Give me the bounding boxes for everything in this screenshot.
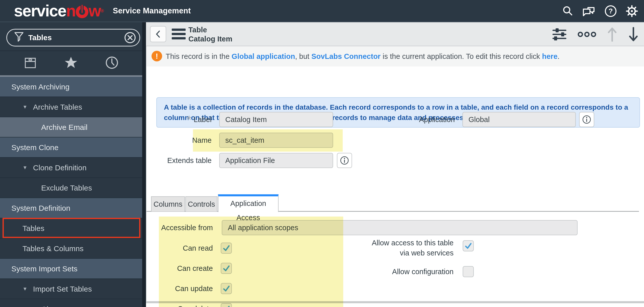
filter-funnel-icon [14,32,24,44]
sidebar-item-tables[interactable]: Tables [0,218,142,239]
sidebar-item-import-set-tables[interactable]: ▼Import Set Tables [0,279,142,299]
expand-arrow-icon[interactable]: ▼ [22,157,28,178]
next-record-icon[interactable] [628,26,639,42]
can-update-checkbox[interactable] [221,283,232,294]
more-icon[interactable] [577,31,597,38]
can-read-label: Can read [183,243,213,254]
edit-here-link[interactable]: here [542,52,557,60]
top-header-bar: servicenw® Service Management ? [0,0,644,22]
sidebar-section-system-import-sets[interactable]: System Import Sets [0,259,142,279]
can-create-label: Can create [177,263,213,274]
back-chevron-icon [154,29,163,39]
expand-arrow-icon[interactable]: ▼ [22,97,28,117]
clear-filter-icon[interactable] [124,32,136,43]
main-content: Table Catalog Item ! [146,22,644,307]
personalize-icon[interactable] [552,27,567,42]
check-icon [222,244,231,253]
all-applications-icon[interactable] [23,56,37,71]
name-field-label: Name [192,133,212,148]
warning-icon: ! [152,51,162,61]
record-title: Table Catalog Item [188,25,232,43]
check-icon [222,264,231,273]
sidebar-item-clone-definition[interactable]: ▼Clone Definition [0,158,142,178]
label-field[interactable]: Catalog Item [219,112,333,127]
form-panel: A table is a collection of records in th… [146,66,644,303]
sidebar-gutter [142,22,146,307]
allow-configuration-label: Allow configuration [392,266,454,277]
product-title: Service Management [113,6,191,15]
navigation-sidebar: Tables System Archiving ▼Archive Tables … [0,22,142,307]
can-update-label: Can update [175,283,213,294]
navigator-tools-row [0,51,142,75]
application-info-button[interactable] [579,112,594,127]
tab-controls[interactable]: Controls [185,196,217,211]
tab-application-access[interactable]: Application Access [218,194,279,212]
check-icon [222,284,231,293]
allow-configuration-checkbox[interactable] [463,266,474,277]
global-application-link[interactable]: Global application [232,52,295,60]
can-create-checkbox[interactable] [221,263,232,274]
can-delete-checkbox[interactable] [221,303,232,307]
tab-columns[interactable]: Columns [151,196,185,211]
sidebar-item-cleanup[interactable]: Cleanup [0,299,142,307]
navigator-filter-row: Tables [0,22,142,51]
application-field[interactable]: Global [462,112,576,127]
svg-text:?: ? [608,7,613,15]
check-icon [222,304,231,307]
check-icon [464,241,473,250]
filter-text: Tables [28,33,52,42]
label-field-label: Label [194,112,212,127]
cross-scope-warning: ! This record is in the Global applicati… [146,46,644,66]
gear-icon[interactable] [625,5,638,18]
sovlabs-connector-link[interactable]: SovLabs Connector [311,52,381,60]
registered-mark: ® [101,6,104,16]
logo-n-text: n [66,0,76,22]
extends-table-info-button[interactable] [337,153,352,168]
help-icon[interactable]: ? [604,5,617,18]
context-menu-icon[interactable] [172,29,186,41]
extends-table-field[interactable]: Application File [219,153,333,168]
sidebar-section-system-definition[interactable]: System Definition [0,198,142,218]
application-field-label: Application [419,112,455,127]
history-clock-icon[interactable] [105,56,119,71]
web-services-label: Allow access to this table via web servi… [368,238,454,258]
info-icon [582,114,592,125]
accessible-from-select[interactable]: All application scopes [222,220,578,235]
search-icon[interactable] [562,5,574,17]
logo-w-text: w [89,0,101,22]
previous-record-icon[interactable] [607,26,618,42]
can-delete-label: Can delete [178,303,213,307]
record-header-bar: Table Catalog Item [146,22,644,46]
web-services-checkbox[interactable] [463,240,474,251]
name-field[interactable]: sc_cat_item [219,133,333,148]
back-button[interactable] [150,26,166,42]
sidebar-section-system-clone[interactable]: System Clone [0,137,142,158]
sidebar-item-exclude-tables[interactable]: Exclude Tables [0,178,142,198]
accessible-from-label: Accessible from [161,220,213,235]
sidebar-item-tables-and-columns[interactable]: Tables & Columns [0,239,142,259]
power-button-icon [76,6,88,18]
sidebar-section-system-archiving[interactable]: System Archiving [0,77,142,97]
expand-arrow-icon[interactable]: ▼ [22,279,28,299]
panel-bottom-border [146,301,644,303]
record-type: Table [188,25,232,34]
filter-navigator-input[interactable]: Tables [6,29,140,46]
extends-table-field-label: Extends table [167,153,212,168]
application-navigator: System Archiving ▼Archive Tables Archive… [0,77,142,307]
can-read-checkbox[interactable] [221,243,232,254]
servicenow-app: servicenw® Service Management ? [0,0,644,307]
sidebar-item-archive-tables[interactable]: ▼Archive Tables [0,97,142,117]
mandatory-indicator: * [187,114,191,126]
sidebar-item-archive-email[interactable]: Archive Email [0,117,142,137]
logo-service-text: service [14,0,66,22]
chat-icon[interactable] [582,5,596,17]
favorites-star-icon[interactable] [64,56,78,71]
info-icon [339,155,350,166]
servicenow-logo[interactable]: servicenw® [14,0,104,22]
record-name: Catalog Item [188,34,232,43]
